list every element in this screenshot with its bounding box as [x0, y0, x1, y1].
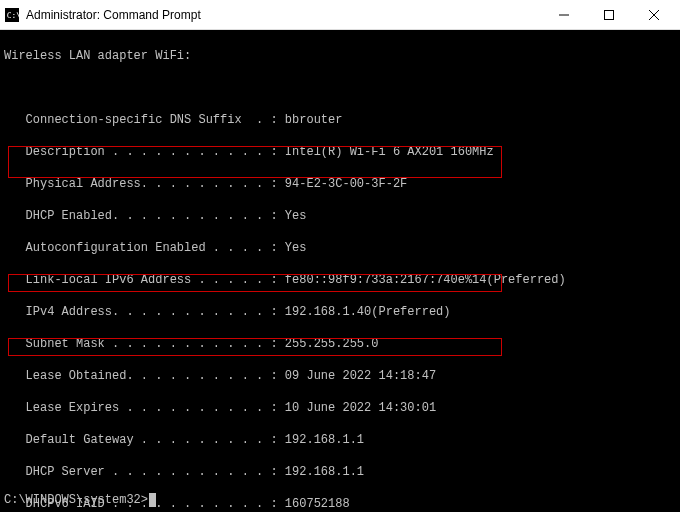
row-dhcp-server: DHCP Server . . . . . . . . . . . : 192.… — [4, 464, 676, 480]
row-link-local-ipv6: Link-local IPv6 Address . . . . . : fe80… — [4, 272, 676, 288]
row-autoconfig: Autoconfiguration Enabled . . . . : Yes — [4, 240, 676, 256]
adapter-header-wifi: Wireless LAN adapter WiFi: — [4, 48, 676, 64]
row-description: Description . . . . . . . . . . . : Inte… — [4, 144, 676, 160]
prompt-line[interactable]: C:\WINDOWS\system32> — [4, 492, 156, 508]
row-lease-expires: Lease Expires . . . . . . . . . . : 10 J… — [4, 400, 676, 416]
row-subnet-mask: Subnet Mask . . . . . . . . . . . : 255.… — [4, 336, 676, 352]
row-physical-address: Physical Address. . . . . . . . . : 94-E… — [4, 176, 676, 192]
window-title: Administrator: Command Prompt — [26, 8, 541, 22]
row-default-gateway: Default Gateway . . . . . . . . . : 192.… — [4, 432, 676, 448]
maximize-button[interactable] — [586, 0, 631, 29]
svg-text:C:\: C:\ — [7, 10, 19, 19]
row-ipv4-address: IPv4 Address. . . . . . . . . . . : 192.… — [4, 304, 676, 320]
row-dhcp-enabled: DHCP Enabled. . . . . . . . . . . : Yes — [4, 208, 676, 224]
row-lease-obtained: Lease Obtained. . . . . . . . . . : 09 J… — [4, 368, 676, 384]
prompt-text: C:\WINDOWS\system32> — [4, 493, 148, 507]
window-controls — [541, 0, 676, 29]
close-button[interactable] — [631, 0, 676, 29]
cursor — [149, 493, 156, 507]
blank-line — [4, 80, 676, 96]
cmd-icon: C:\ — [4, 7, 20, 23]
terminal-output[interactable]: Wireless LAN adapter WiFi: Connection-sp… — [0, 30, 680, 512]
minimize-button[interactable] — [541, 0, 586, 29]
row-dns-suffix: Connection-specific DNS Suffix . : bbrou… — [4, 112, 676, 128]
svg-rect-3 — [604, 10, 613, 19]
titlebar[interactable]: C:\ Administrator: Command Prompt — [0, 0, 680, 30]
